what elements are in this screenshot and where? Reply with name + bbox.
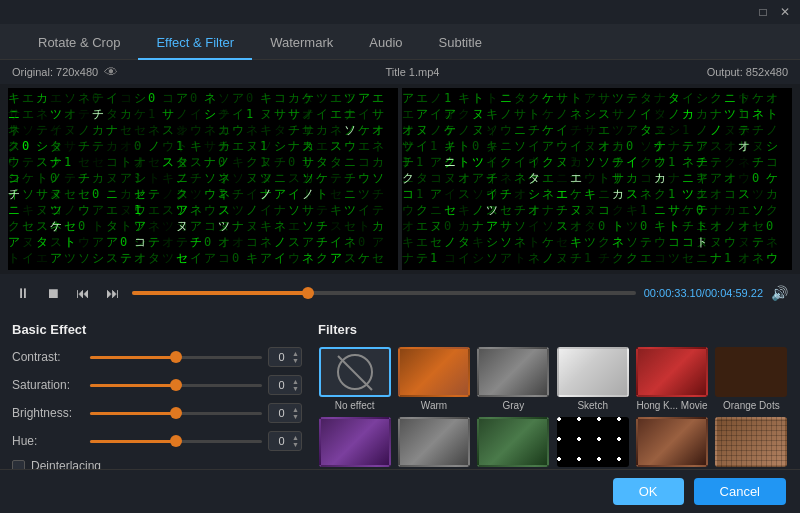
filter-thumb-no-effect xyxy=(319,347,391,397)
brightness-knob[interactable] xyxy=(170,407,182,419)
brightness-fill xyxy=(90,412,176,415)
brightness-arrows[interactable]: ▲ ▼ xyxy=(292,406,299,420)
output-preview-canvas xyxy=(402,88,792,270)
filter-thumb-sketch xyxy=(557,347,629,397)
filter-thumb-gray xyxy=(477,347,549,397)
progress-knob[interactable] xyxy=(302,287,314,299)
cancel-button[interactable]: Cancel xyxy=(694,478,786,505)
filter-thumb-orangedots xyxy=(715,347,787,397)
saturation-up[interactable]: ▲ xyxy=(292,378,299,385)
tab-effect-filter[interactable]: Effect & Filter xyxy=(138,27,252,60)
hue-fill xyxy=(90,440,176,443)
hue-row: Hue: 0 ▲ ▼ xyxy=(12,431,302,451)
brightness-value-box[interactable]: 0 ▲ ▼ xyxy=(268,403,302,423)
prev-button[interactable]: ⏮ xyxy=(72,282,94,304)
hue-value-box[interactable]: 0 ▲ ▼ xyxy=(268,431,302,451)
progress-bar[interactable] xyxy=(132,291,636,295)
app-window: □ ✕ Rotate & Crop Effect & Filter Waterm… xyxy=(0,0,800,513)
filters-grid: No effect Warm Gray Sketch xyxy=(318,347,788,481)
brightness-up[interactable]: ▲ xyxy=(292,406,299,413)
filter-label-hongk: Hong K... Movie xyxy=(636,400,707,411)
contrast-value: 0 xyxy=(271,351,292,363)
filter-no-effect[interactable]: No effect xyxy=(318,347,391,411)
filter-label-no-effect: No effect xyxy=(335,400,375,411)
filter-sketch[interactable]: Sketch xyxy=(556,347,629,411)
filter-thumb-modern xyxy=(636,417,708,467)
hue-down[interactable]: ▼ xyxy=(292,441,299,448)
output-resolution: Output: 852x480 xyxy=(707,66,788,78)
saturation-fill xyxy=(90,384,176,387)
tab-watermark[interactable]: Watermark xyxy=(252,27,351,60)
original-info: Original: 720x480 👁 xyxy=(12,64,118,80)
playback-controls: ⏸ ⏹ ⏮ ⏭ 00:00:33.10/00:04:59.22 🔊 xyxy=(0,274,800,312)
no-effect-icon xyxy=(337,354,373,390)
saturation-label: Saturation: xyxy=(12,378,84,392)
original-preview xyxy=(8,88,398,270)
saturation-value-box[interactable]: 0 ▲ ▼ xyxy=(268,375,302,395)
saturation-down[interactable]: ▼ xyxy=(292,385,299,392)
video-info-bar: Original: 720x480 👁 Title 1.mp4 Output: … xyxy=(0,60,800,84)
saturation-row: Saturation: 0 ▲ ▼ xyxy=(12,375,302,395)
brightness-row: Brightness: 0 ▲ ▼ xyxy=(12,403,302,423)
contrast-up[interactable]: ▲ xyxy=(292,350,299,357)
brightness-slider[interactable] xyxy=(90,406,262,420)
tab-subtitle[interactable]: Subtitle xyxy=(421,27,500,60)
pause-button[interactable]: ⏸ xyxy=(12,282,34,304)
volume-icon[interactable]: 🔊 xyxy=(771,285,788,301)
saturation-value: 0 xyxy=(271,379,292,391)
close-button[interactable]: ✕ xyxy=(778,5,792,19)
hue-label: Hue: xyxy=(12,434,84,448)
tab-audio[interactable]: Audio xyxy=(351,27,420,60)
saturation-slider[interactable] xyxy=(90,378,262,392)
hue-up[interactable]: ▲ xyxy=(292,434,299,441)
stop-button[interactable]: ⏹ xyxy=(42,282,64,304)
contrast-value-box[interactable]: 0 ▲ ▼ xyxy=(268,347,302,367)
filter-thumb-pixelate xyxy=(715,417,787,467)
contrast-down[interactable]: ▼ xyxy=(292,357,299,364)
original-resolution: Original: 720x480 xyxy=(12,66,98,78)
contrast-knob[interactable] xyxy=(170,351,182,363)
brightness-label: Brightness: xyxy=(12,406,84,420)
filter-gray[interactable]: Gray xyxy=(477,347,550,411)
video-title: Title 1.mp4 xyxy=(385,66,439,78)
filter-warm[interactable]: Warm xyxy=(397,347,470,411)
contrast-label: Contrast: xyxy=(12,350,84,364)
hue-slider[interactable] xyxy=(90,434,262,448)
hue-knob[interactable] xyxy=(170,435,182,447)
hue-arrows[interactable]: ▲ ▼ xyxy=(292,434,299,448)
filter-orange-dots[interactable]: Orange Dots xyxy=(715,347,788,411)
title-bar: □ ✕ xyxy=(0,0,800,24)
filter-thumb-coordinates xyxy=(477,417,549,467)
filter-hongk-movie[interactable]: Hong K... Movie xyxy=(635,347,708,411)
output-preview xyxy=(402,88,792,270)
filter-label-gray: Gray xyxy=(502,400,524,411)
video-preview-area xyxy=(0,84,800,274)
saturation-arrows[interactable]: ▲ ▼ xyxy=(292,378,299,392)
progress-fill xyxy=(132,291,308,295)
contrast-arrows[interactable]: ▲ ▼ xyxy=(292,350,299,364)
tab-bar: Rotate & Crop Effect & Filter Watermark … xyxy=(0,24,800,60)
saturation-knob[interactable] xyxy=(170,379,182,391)
filter-thumb-purple xyxy=(319,417,391,467)
eye-icon[interactable]: 👁 xyxy=(104,64,118,80)
contrast-row: Contrast: 0 ▲ ▼ xyxy=(12,347,302,367)
filter-thumb-stars xyxy=(557,417,629,467)
filter-label-orangedots: Orange Dots xyxy=(723,400,780,411)
brightness-value: 0 xyxy=(271,407,292,419)
contrast-slider[interactable] xyxy=(90,350,262,364)
ok-button[interactable]: OK xyxy=(613,478,684,505)
effect-panel-title: Basic Effect xyxy=(12,322,302,337)
brightness-down[interactable]: ▼ xyxy=(292,413,299,420)
hue-value: 0 xyxy=(271,435,292,447)
tab-rotate-crop[interactable]: Rotate & Crop xyxy=(20,27,138,60)
filter-thumb-hongk xyxy=(636,347,708,397)
filter-label-warm: Warm xyxy=(421,400,447,411)
contrast-fill xyxy=(90,356,176,359)
time-display: 00:00:33.10/00:04:59.22 xyxy=(644,287,763,299)
next-button[interactable]: ⏭ xyxy=(102,282,124,304)
filters-title: Filters xyxy=(318,322,788,337)
filter-thumb-warm xyxy=(398,347,470,397)
minimize-button[interactable]: □ xyxy=(756,5,770,19)
filter-label-sketch: Sketch xyxy=(577,400,608,411)
footer: OK Cancel xyxy=(0,469,800,513)
